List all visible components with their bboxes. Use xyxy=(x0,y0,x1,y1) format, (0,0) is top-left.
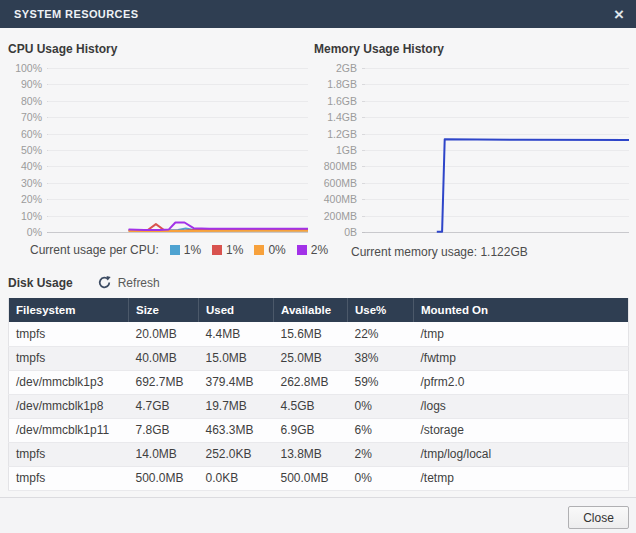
table-cell: 19.7MB xyxy=(199,394,274,418)
table-row: tmpfs500.0MB0.0KB500.0MB0%/tetmp xyxy=(9,466,629,490)
table-header-row: FilesystemSizeUsedAvailableUse%Mounted O… xyxy=(9,298,629,322)
cpu-usage-chart: 100%90%80%70%60%50%40%30%20%10%0% xyxy=(2,58,314,240)
legend-value: 1% xyxy=(226,243,243,257)
y-tick-label: 80% xyxy=(21,95,42,107)
dialog-footer: Close xyxy=(0,497,636,533)
column-header: Used xyxy=(199,298,274,322)
cpu-legend: Current usage per CPU: 1%1%0%2% xyxy=(30,243,328,257)
table-cell: 13.8MB xyxy=(274,442,348,466)
table-cell: 14.0MB xyxy=(129,442,199,466)
legend-item: 1% xyxy=(170,243,201,257)
table-cell: 15.6MB xyxy=(274,322,348,346)
table-row: tmpfs20.0MB4.4MB15.6MB22%/tmp xyxy=(9,322,629,346)
table-cell: /tmp/log/local xyxy=(414,442,629,466)
table-row: /dev/mmcblk1p84.7GB19.7MB4.5GB0%/logs xyxy=(9,394,629,418)
table-cell: /tmp xyxy=(414,322,629,346)
table-row: tmpfs14.0MB252.0KB13.8MB2%/tmp/log/local xyxy=(9,442,629,466)
table-cell: 4.4MB xyxy=(199,322,274,346)
legend-item: 2% xyxy=(297,243,328,257)
memory-line xyxy=(437,139,629,231)
table-cell: /storage xyxy=(414,418,629,442)
table-cell: /dev/mmcblk1p11 xyxy=(9,418,129,442)
legend-value: 1% xyxy=(184,243,201,257)
table-cell: 692.7MB xyxy=(129,370,199,394)
cpu-legend-items: 1%1%0%2% xyxy=(159,243,328,257)
y-tick-label: 90% xyxy=(21,78,42,90)
y-tick-label: 30% xyxy=(21,177,42,189)
y-tick-label: 10% xyxy=(21,210,42,222)
table-cell: 379.4MB xyxy=(199,370,274,394)
disk-usage-title: Disk Usage xyxy=(8,276,73,290)
table-cell: tmpfs xyxy=(9,322,129,346)
table-cell: 25.0MB xyxy=(274,346,348,370)
table-cell: 59% xyxy=(348,370,414,394)
y-tick-label: 800MB xyxy=(324,160,357,172)
y-tick-label: 1.6GB xyxy=(327,95,357,107)
dialog-title: SYSTEM RESOURCES xyxy=(0,8,138,20)
table-cell: 252.0KB xyxy=(199,442,274,466)
table-cell: 6% xyxy=(348,418,414,442)
table-cell: 262.8MB xyxy=(274,370,348,394)
table-cell: /pfrm2.0 xyxy=(414,370,629,394)
legend-value: 2% xyxy=(311,243,328,257)
y-tick-label: 20% xyxy=(21,193,42,205)
table-row: /dev/mmcblk1p117.8GB463.3MB6.9GB6%/stora… xyxy=(9,418,629,442)
table-cell: /logs xyxy=(414,394,629,418)
memory-current-usage: Current memory usage: 1.122GB xyxy=(351,245,528,259)
legend-value: 0% xyxy=(268,243,285,257)
disk-usage-header: Disk Usage Refresh xyxy=(8,275,160,290)
column-header: Mounted On xyxy=(414,298,629,322)
table-cell: /tetmp xyxy=(414,466,629,490)
column-header: Filesystem xyxy=(9,298,129,322)
table-cell: 6.9GB xyxy=(274,418,348,442)
column-header: Size xyxy=(129,298,199,322)
close-button[interactable]: Close xyxy=(568,506,629,529)
close-icon[interactable]: × xyxy=(614,6,624,23)
dialog-content: CPU Usage History Memory Usage History 1… xyxy=(0,28,636,497)
legend-swatch-icon xyxy=(170,245,180,255)
table-row: tmpfs40.0MB15.0MB25.0MB38%/fwtmp xyxy=(9,346,629,370)
table-cell: 7.8GB xyxy=(129,418,199,442)
table-row: /dev/mmcblk1p3692.7MB379.4MB262.8MB59%/p… xyxy=(9,370,629,394)
memory-chart-title: Memory Usage History xyxy=(314,42,444,56)
disk-usage-table: FilesystemSizeUsedAvailableUse%Mounted O… xyxy=(8,298,629,491)
legend-item: 1% xyxy=(212,243,243,257)
table-cell: 0% xyxy=(348,466,414,490)
table-cell: /dev/mmcblk1p3 xyxy=(9,370,129,394)
refresh-label: Refresh xyxy=(118,276,160,290)
memory-usage-chart: 2GB1.8GB1.6GB1.4GB1.2GB1GB800MB600MB400M… xyxy=(303,58,631,240)
legend-swatch-icon xyxy=(212,245,222,255)
table-cell: 0.0KB xyxy=(199,466,274,490)
table-cell: 38% xyxy=(348,346,414,370)
system-resources-dialog: SYSTEM RESOURCES × CPU Usage History Mem… xyxy=(0,0,636,533)
y-tick-label: 1.4GB xyxy=(327,111,357,123)
table-cell: tmpfs xyxy=(9,346,129,370)
y-tick-label: 400MB xyxy=(324,193,357,205)
refresh-icon xyxy=(97,275,112,290)
cpu-legend-label: Current usage per CPU: xyxy=(30,243,159,257)
table-cell: 500.0MB xyxy=(274,466,348,490)
legend-swatch-icon xyxy=(297,245,307,255)
table-cell: 500.0MB xyxy=(129,466,199,490)
y-tick-label: 2GB xyxy=(336,62,357,74)
table-cell: tmpfs xyxy=(9,442,129,466)
y-tick-label: 1.8GB xyxy=(327,78,357,90)
table-cell: /dev/mmcblk1p8 xyxy=(9,394,129,418)
refresh-button[interactable]: Refresh xyxy=(97,275,160,290)
cpu-chart-title: CPU Usage History xyxy=(8,42,117,56)
column-header: Available xyxy=(274,298,348,322)
y-tick-label: 1GB xyxy=(336,144,357,156)
y-tick-label: 0% xyxy=(27,226,42,238)
table-cell: 463.3MB xyxy=(199,418,274,442)
legend-swatch-icon xyxy=(254,245,264,255)
y-tick-label: 600MB xyxy=(324,177,357,189)
table-cell: /fwtmp xyxy=(414,346,629,370)
table-cell: 40.0MB xyxy=(129,346,199,370)
y-tick-label: 1.2GB xyxy=(327,128,357,140)
legend-item: 0% xyxy=(254,243,285,257)
table-cell: 15.0MB xyxy=(199,346,274,370)
table-cell: 2% xyxy=(348,442,414,466)
y-tick-label: 50% xyxy=(21,144,42,156)
column-header: Use% xyxy=(348,298,414,322)
dialog-titlebar: SYSTEM RESOURCES × xyxy=(0,0,636,28)
